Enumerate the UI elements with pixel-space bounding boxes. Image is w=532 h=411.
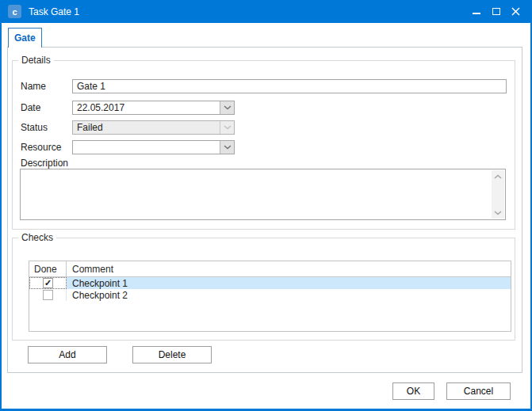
check-icon: ✓ xyxy=(44,279,52,287)
comment-cell: Checkpoint 2 xyxy=(67,289,511,301)
name-label: Name xyxy=(21,79,46,93)
tab-gate[interactable]: Gate xyxy=(8,28,42,48)
comment-cell: Checkpoint 1 xyxy=(67,277,511,289)
resource-label: Resource xyxy=(21,140,61,154)
column-header-done: Done xyxy=(29,261,67,276)
minimize-icon xyxy=(473,13,480,14)
window-controls xyxy=(466,0,526,23)
title-bar: c Task Gate 1 xyxy=(0,0,532,23)
name-input[interactable]: Gate 1 xyxy=(72,79,507,93)
dialog-window: c Task Gate 1 Gate Details Name Gate 1 D… xyxy=(0,0,532,411)
scroll-up-button[interactable] xyxy=(492,170,504,182)
checkbox-checked[interactable]: ✓ xyxy=(43,278,53,288)
cancel-button[interactable]: Cancel xyxy=(446,382,511,400)
checks-legend: Checks xyxy=(18,232,56,244)
ok-button[interactable]: OK xyxy=(392,382,434,400)
maximize-icon xyxy=(492,8,500,15)
minimize-button[interactable] xyxy=(466,0,486,23)
window-title: Task Gate 1 xyxy=(29,6,79,17)
details-groupbox: Details Name Gate 1 Date 22.05.2017 Stat… xyxy=(12,60,515,230)
resource-dropdown-button[interactable] xyxy=(220,141,234,154)
done-cell: ✓ xyxy=(29,277,67,289)
close-icon xyxy=(511,7,520,16)
date-dropdown-button[interactable] xyxy=(220,101,234,114)
status-label: Status xyxy=(21,120,48,135)
checks-table-header: Done Comment xyxy=(29,261,511,277)
scroll-down-button[interactable] xyxy=(492,207,504,219)
resource-combobox[interactable] xyxy=(72,140,235,154)
app-icon: c xyxy=(8,5,21,18)
checks-table: Done Comment ✓ Checkpoint 1 Checkpoint 2 xyxy=(29,261,511,332)
date-value: 22.05.2017 xyxy=(77,101,124,114)
description-textarea[interactable] xyxy=(20,169,506,220)
description-scrollbar[interactable] xyxy=(492,170,504,219)
status-combobox-disabled: Failed xyxy=(72,120,235,135)
chevron-down-icon xyxy=(224,105,232,110)
chevron-down-icon xyxy=(494,211,502,215)
checks-groupbox: Checks Done Comment ✓ Checkpoint 1 Check… xyxy=(12,238,515,341)
chevron-up-icon xyxy=(494,174,502,179)
delete-button[interactable]: Delete xyxy=(132,346,212,363)
add-button[interactable]: Add xyxy=(28,346,107,363)
table-row-checkpoint-1[interactable]: ✓ Checkpoint 1 xyxy=(29,277,511,289)
chevron-down-icon xyxy=(224,125,232,130)
date-label: Date xyxy=(21,101,40,115)
details-legend: Details xyxy=(18,55,54,67)
checkbox-unchecked[interactable] xyxy=(43,290,53,300)
done-cell xyxy=(29,289,67,301)
table-row-checkpoint-2[interactable]: Checkpoint 2 xyxy=(29,289,511,301)
status-value: Failed xyxy=(77,121,103,134)
status-dropdown-button xyxy=(220,121,234,134)
maximize-button[interactable] xyxy=(486,0,506,23)
close-button[interactable] xyxy=(506,0,526,23)
date-combobox[interactable]: 22.05.2017 xyxy=(72,101,235,115)
column-header-comment: Comment xyxy=(67,261,511,276)
chevron-down-icon xyxy=(224,145,232,150)
